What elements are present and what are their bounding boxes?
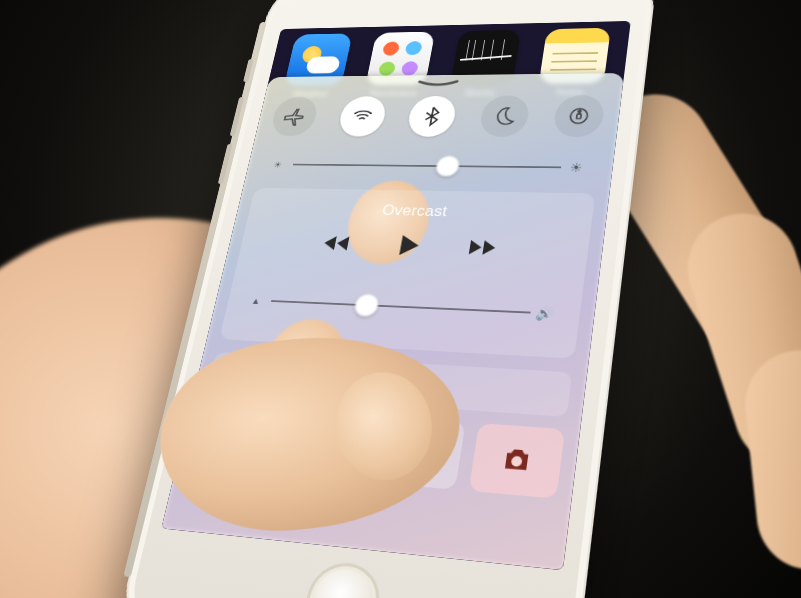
volume-slider[interactable]: ▲ 🔊: [248, 287, 554, 328]
toggle-row: [268, 95, 605, 137]
svg-point-10: [411, 457, 415, 460]
home-button[interactable]: [299, 559, 385, 598]
svg-point-2: [228, 371, 234, 376]
orientation-lock-toggle[interactable]: [551, 95, 605, 137]
svg-rect-3: [366, 375, 386, 387]
svg-point-11: [415, 457, 419, 460]
flashlight-button[interactable]: [189, 403, 279, 473]
camera-button[interactable]: [468, 423, 564, 499]
airplay-label: AirPlay: [394, 375, 444, 394]
flashlight-icon: [217, 422, 251, 453]
wifi-toggle[interactable]: [336, 96, 388, 136]
rewind-button[interactable]: [317, 230, 354, 261]
playback-controls: [238, 228, 589, 269]
airdrop-icon: [220, 363, 242, 383]
media-card: Overcast ▲ 🔊: [219, 188, 595, 359]
screen: Weather Reminders Stocks Notes: [161, 21, 630, 570]
volume-low-icon: ▲: [250, 295, 261, 305]
brightness-high-icon: ☀︎: [568, 160, 583, 174]
bluetooth-icon: [418, 106, 445, 127]
svg-point-9: [420, 452, 424, 455]
play-button[interactable]: [390, 232, 424, 263]
wifi-icon: [348, 106, 375, 127]
volume-high-icon: 🔊: [534, 305, 553, 321]
photo-scene: Weather Reminders Stocks Notes: [0, 0, 801, 598]
airplay-icon: [363, 372, 388, 393]
now-playing-title: Overcast: [248, 199, 593, 224]
calculator-button[interactable]: [371, 416, 465, 489]
airplane-icon: [281, 106, 308, 127]
slider-thumb[interactable]: [434, 156, 460, 177]
camera-icon: [498, 443, 534, 477]
fast-forward-button[interactable]: [463, 234, 501, 266]
svg-rect-6: [413, 444, 424, 449]
brightness-low-icon: ☀︎: [273, 160, 283, 169]
moon-icon: [490, 105, 518, 127]
svg-point-8: [416, 452, 420, 455]
svg-rect-1: [576, 114, 581, 119]
airplane-toggle[interactable]: [268, 97, 319, 137]
shortcut-row: [189, 403, 565, 498]
slider-thumb[interactable]: [353, 294, 380, 317]
timer-icon: [306, 429, 341, 461]
orientation-lock-icon: [564, 105, 592, 127]
timer-button[interactable]: [278, 410, 370, 481]
calculator-icon: [400, 436, 435, 469]
svg-point-7: [412, 452, 416, 455]
iphone-body: Weather Reminders Stocks Notes: [113, 0, 658, 598]
svg-point-12: [419, 457, 423, 460]
phone-stage: Weather Reminders Stocks Notes: [113, 0, 658, 598]
airplay-button[interactable]: AirPlay: [347, 360, 572, 417]
brightness-slider[interactable]: ☀︎ ☀︎: [271, 152, 584, 181]
bluetooth-toggle[interactable]: [405, 96, 458, 137]
dnd-toggle[interactable]: [477, 95, 530, 137]
airdrop-label: AirDrop: [245, 366, 295, 385]
grabber-icon[interactable]: [416, 80, 458, 87]
